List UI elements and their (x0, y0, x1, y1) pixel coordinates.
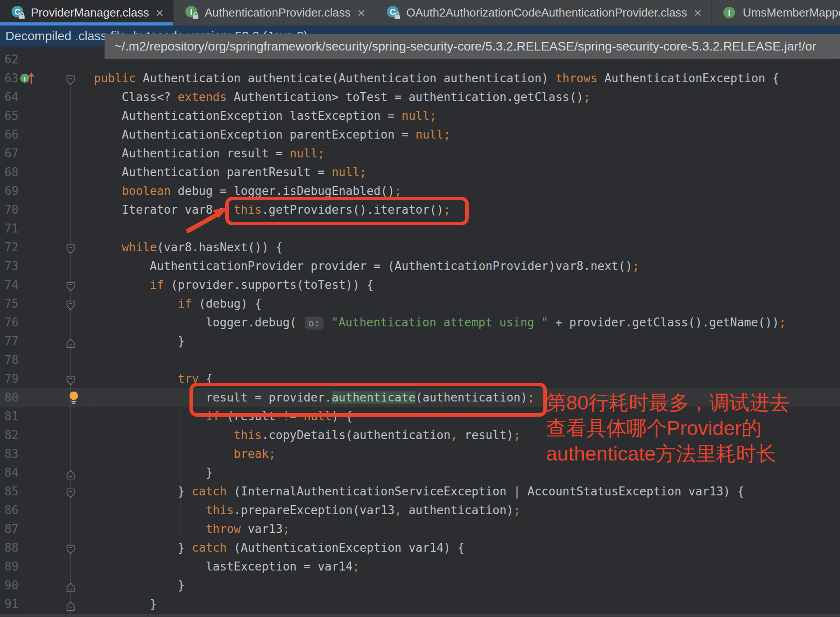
code-line[interactable]: 72 while(var8.hasNext()) { (0, 238, 840, 257)
class-icon: C (385, 5, 401, 21)
line-number: 88 (4, 538, 18, 557)
code-text: Iterator var8 = this.getProviders().iter… (94, 200, 450, 219)
code-line[interactable]: 85 } catch (InternalAuthenticationServic… (0, 482, 840, 501)
intention-bulb-icon[interactable] (68, 391, 80, 405)
code-line[interactable]: 70 Iterator var8 = this.getProviders().i… (0, 200, 840, 219)
line-number: 65 (4, 106, 18, 125)
code-text: logger.debug( o: "Authentication attempt… (94, 313, 786, 333)
code-text: while(var8.hasNext()) { (94, 238, 283, 257)
code-line[interactable]: 91 } (0, 595, 840, 613)
fold-marker-icon[interactable] (65, 241, 76, 253)
line-number: 70 (4, 200, 18, 219)
tab-provider-manager[interactable]: C ProviderManager.class × (0, 0, 174, 25)
line-number: 75 (4, 294, 18, 313)
file-path: ~/.m2/repository/org/springframework/sec… (114, 39, 816, 53)
svg-text:I: I (24, 76, 25, 82)
fold-marker-icon[interactable] (65, 579, 76, 591)
code-text: throw var13; (94, 520, 290, 538)
code-text: boolean debug = logger.isDebugEnabled(); (94, 182, 402, 200)
tab-label: AuthenticationProvider.class (205, 6, 351, 20)
code-text: if (result != null) { (94, 407, 353, 426)
line-number: 84 (4, 463, 18, 482)
code-line[interactable]: 82 this.copyDetails(authentication, resu… (0, 426, 840, 444)
code-line[interactable]: 84 } (0, 463, 840, 482)
code-line[interactable]: 64 Class<? extends Authentication> toTes… (0, 88, 840, 106)
interface-icon: I (184, 5, 200, 21)
interface-icon: I (722, 5, 738, 21)
code-text: Class<? extends Authentication> toTest =… (94, 88, 590, 106)
override-marker-icon[interactable]: I (20, 71, 35, 86)
fold-marker-icon[interactable] (65, 486, 76, 497)
fold-marker-icon[interactable] (65, 542, 76, 553)
line-number: 67 (4, 144, 18, 163)
code-line[interactable]: 89 lastException = var14; (0, 557, 840, 576)
active-tab-underline (0, 22, 173, 25)
close-icon[interactable]: × (155, 6, 164, 20)
code-line[interactable]: 79 try { (0, 369, 840, 388)
tab-label: UmsMemberMapper.java (743, 6, 840, 20)
code-text: try { (94, 369, 213, 388)
svg-text:I: I (190, 8, 192, 17)
code-line[interactable]: 74 if (provider.supports(toTest)) { (0, 275, 840, 294)
code-text: if (debug) { (94, 294, 262, 313)
tab-authentication-provider[interactable]: I AuthenticationProvider.class × (174, 0, 375, 25)
line-number: 89 (4, 557, 18, 576)
code-line[interactable]: 69 boolean debug = logger.isDebugEnabled… (0, 182, 840, 200)
line-number: 85 (4, 482, 18, 501)
code-line[interactable]: 87 throw var13; (0, 520, 840, 538)
tab-oauth2-provider[interactable]: C OAuth2AuthorizationCodeAuthenticationP… (375, 0, 712, 25)
close-icon[interactable]: × (357, 6, 365, 20)
code-line[interactable]: 75 if (debug) { (0, 294, 840, 313)
class-icon: C (10, 5, 26, 21)
line-number: 80 (4, 388, 18, 407)
code-line[interactable]: 76 logger.debug( o: "Authentication atte… (0, 313, 840, 332)
code-line[interactable]: 86 this.prepareException(var13, authenti… (0, 501, 840, 520)
code-line[interactable]: 66 AuthenticationException parentExcepti… (0, 125, 840, 144)
code-line[interactable]: 88 } catch (AuthenticationException var1… (0, 538, 840, 557)
line-number: 86 (4, 501, 18, 520)
code-line[interactable]: 67 Authentication result = null; (0, 144, 840, 163)
line-number: 69 (4, 182, 18, 200)
line-number: 62 (4, 50, 18, 69)
code-line[interactable]: 65 AuthenticationException lastException… (0, 106, 840, 125)
fold-marker-icon[interactable] (65, 373, 76, 384)
close-icon[interactable]: × (694, 6, 702, 20)
line-number: 78 (4, 351, 18, 369)
tab-label: ProviderManager.class (31, 6, 149, 20)
code-line[interactable]: 63Ipublic Authentication authenticate(Au… (0, 69, 840, 88)
line-number: 87 (4, 520, 18, 538)
editor-tab-bar: C ProviderManager.class × I Authenticati… (0, 0, 840, 25)
line-number: 63 (4, 69, 18, 88)
code-line[interactable]: 71 (0, 219, 840, 238)
line-number: 64 (4, 88, 18, 106)
code-line[interactable]: 73 AuthenticationProvider provider = (Au… (0, 257, 840, 275)
code-text: } (94, 595, 157, 613)
line-number: 90 (4, 576, 18, 595)
fold-marker-icon[interactable] (65, 467, 76, 478)
code-text: lastException = var14; (94, 557, 360, 576)
code-editor[interactable]: 6263Ipublic Authentication authenticate(… (0, 46, 840, 617)
fold-marker-icon[interactable] (65, 298, 76, 309)
line-number: 81 (4, 407, 18, 426)
code-text: AuthenticationException lastException = … (94, 106, 437, 125)
code-line[interactable]: 90 } (0, 576, 840, 595)
line-number: 66 (4, 125, 18, 144)
scrollbar-horizontal[interactable] (0, 614, 840, 617)
code-line[interactable]: 78 (0, 351, 840, 369)
code-text: Authentication parentResult = null; (94, 163, 367, 182)
code-text: } catch (AuthenticationException var14) … (94, 538, 465, 557)
code-line[interactable]: 81 if (result != null) { (0, 407, 840, 426)
code-text: if (provider.supports(toTest)) { (94, 275, 374, 294)
fold-marker-icon[interactable] (65, 279, 76, 290)
fold-marker-icon[interactable] (65, 598, 76, 609)
fold-marker-icon[interactable] (65, 72, 76, 84)
line-number: 76 (4, 313, 18, 332)
code-text: } (94, 576, 185, 595)
tab-ums-member-mapper[interactable]: I UmsMemberMapper.java × (712, 0, 840, 25)
code-line[interactable]: 83 break; (0, 444, 840, 463)
code-line[interactable]: 80 result = provider.authenticate(authen… (0, 388, 840, 407)
fold-marker-icon[interactable] (65, 335, 76, 347)
code-line[interactable]: 68 Authentication parentResult = null; (0, 163, 840, 182)
line-number: 83 (4, 444, 18, 463)
code-line[interactable]: 77 } (0, 332, 840, 351)
